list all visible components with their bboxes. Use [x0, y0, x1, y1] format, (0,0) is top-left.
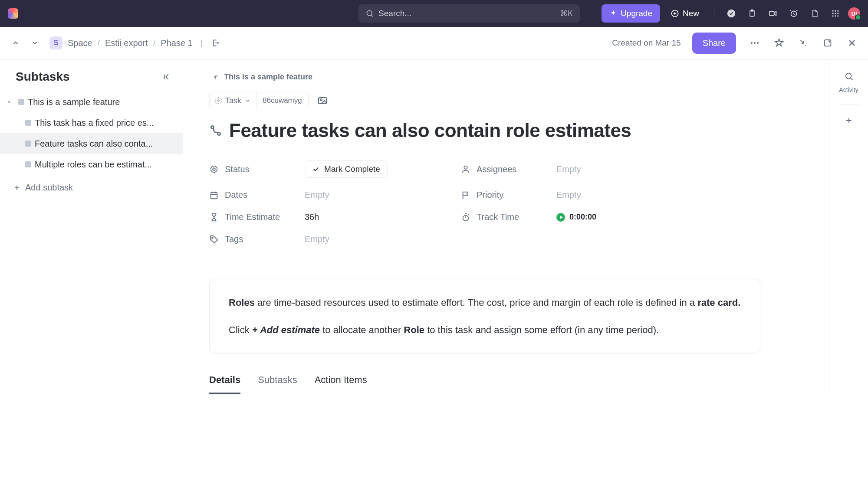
tab-details[interactable]: Details	[209, 374, 240, 394]
status-dot-icon	[25, 161, 31, 167]
svg-point-5	[727, 10, 735, 17]
parent-task-link[interactable]: This is a sample feature	[209, 72, 777, 82]
flag-icon	[461, 190, 470, 200]
apps-grid-icon[interactable]	[830, 8, 841, 19]
tab-subtasks[interactable]: Subtasks	[258, 374, 297, 394]
expand-icon[interactable]	[822, 37, 833, 49]
task-type-chip[interactable]: Task 86cuwamyg	[209, 92, 309, 109]
description-paragraph: Roles are time-based resources used to e…	[229, 295, 741, 310]
document-icon[interactable]	[809, 8, 820, 19]
priority-field-label: Priority	[477, 190, 503, 200]
desc-text: Click	[229, 324, 252, 335]
tree-item[interactable]: Feature tasks can also conta...	[0, 133, 183, 154]
check-circle-icon[interactable]	[726, 8, 737, 19]
breadcrumb-list[interactable]: Phase 1	[161, 38, 192, 48]
user-avatar[interactable]: DI	[848, 7, 860, 20]
parent-task-label: This is a sample feature	[224, 72, 312, 82]
task-title[interactable]: Feature tasks can also contain role esti…	[229, 120, 631, 141]
dates-value[interactable]: Empty	[305, 190, 329, 200]
minimize-icon[interactable]	[798, 37, 809, 49]
cover-image-button[interactable]	[316, 94, 329, 108]
svg-rect-30	[211, 192, 217, 199]
chevron-down-icon	[245, 98, 251, 104]
desc-text: to allocate another	[320, 324, 404, 335]
svg-point-24	[320, 99, 322, 101]
priority-value[interactable]: Empty	[556, 190, 581, 200]
activity-label[interactable]: Activity	[839, 86, 858, 93]
new-button[interactable]: New	[664, 4, 705, 23]
mark-complete-button[interactable]: Mark Complete	[305, 160, 388, 178]
mark-complete-label: Mark Complete	[324, 164, 380, 174]
move-out-icon[interactable]	[210, 38, 221, 48]
add-subtask-label: Add subtask	[25, 183, 73, 193]
main-area: Subtasks ▾ This is a sample feature This…	[0, 59, 868, 394]
more-icon[interactable]	[749, 37, 760, 49]
track-time-display: 0:00:00	[569, 213, 596, 222]
assignees-value[interactable]: Empty	[556, 164, 581, 174]
task-id[interactable]: 86cuwamyg	[256, 96, 308, 105]
divider	[838, 105, 859, 105]
time-estimate-field-label: Time Estimate	[225, 212, 280, 222]
add-panel-icon[interactable]	[845, 116, 853, 125]
svg-point-13	[832, 13, 834, 14]
track-time-value[interactable]: 0:00:00	[556, 213, 596, 222]
share-button[interactable]: Share	[692, 33, 736, 54]
tree-item[interactable]: Multiple roles can be estimat...	[0, 154, 183, 175]
assignees-field-label: Assignees	[477, 164, 516, 174]
chevron-down-icon[interactable]	[30, 38, 40, 48]
divider	[714, 7, 714, 20]
status-dot-icon	[25, 141, 31, 147]
upgrade-label: Upgrade	[621, 9, 652, 18]
content-tabs: Details Subtasks Action Items	[209, 374, 777, 394]
svg-point-17	[835, 15, 836, 16]
tree-item[interactable]: This task has a fixed price es...	[0, 112, 183, 133]
created-on-label: Created on Mar 15	[612, 38, 681, 48]
svg-point-32	[212, 237, 213, 238]
breadcrumb-folder[interactable]: Estii export	[105, 38, 148, 48]
arrow-up-left-icon	[213, 74, 220, 81]
breadcrumb-separator: /	[153, 38, 155, 48]
tree-parent-row[interactable]: ▾ This is a sample feature	[0, 92, 183, 112]
video-icon[interactable]	[767, 8, 779, 19]
tab-action-items[interactable]: Action Items	[315, 374, 367, 394]
svg-point-10	[832, 10, 834, 12]
svg-point-12	[837, 10, 838, 12]
status-dot-icon	[18, 99, 24, 105]
breadcrumb-space[interactable]: Space	[68, 38, 92, 48]
task-description[interactable]: Roles are time-based resources used to e…	[209, 279, 760, 354]
upgrade-button[interactable]: Upgrade	[602, 4, 660, 23]
alarm-clock-icon[interactable]	[788, 8, 799, 19]
search-icon	[365, 9, 374, 18]
app-logo[interactable]	[8, 8, 18, 19]
clipboard-icon[interactable]	[746, 8, 758, 19]
svg-point-21	[757, 42, 759, 44]
collapse-sidebar-icon[interactable]	[163, 72, 172, 82]
tags-value[interactable]: Empty	[305, 234, 329, 244]
global-search[interactable]: Search... ⌘K	[358, 4, 580, 23]
svg-point-27	[211, 166, 217, 173]
breadcrumb-bar: S Space / Estii export / Phase 1 | Creat…	[0, 27, 868, 59]
plus-circle-icon	[671, 9, 679, 18]
svg-line-34	[851, 78, 852, 80]
sidebar-title: Subtasks	[16, 70, 70, 84]
activity-search-icon[interactable]	[844, 72, 854, 81]
tree-item-label: Multiple roles can be estimat...	[35, 160, 183, 170]
tree-parent-label: This is a sample feature	[28, 97, 183, 107]
avatar-initials: DI	[852, 10, 857, 17]
time-estimate-value[interactable]: 36h	[305, 212, 319, 222]
track-time-field-label: Track Time	[477, 212, 519, 222]
space-badge[interactable]: S	[49, 36, 62, 49]
add-subtask-button[interactable]: Add subtask	[0, 175, 183, 193]
description-paragraph: Click + Add estimate to allocate another…	[229, 322, 741, 337]
svg-point-11	[835, 10, 836, 12]
status-dot-icon	[25, 120, 31, 126]
stopwatch-icon	[461, 213, 470, 222]
subtasks-sidebar: Subtasks ▾ This is a sample feature This…	[0, 59, 183, 394]
star-icon[interactable]	[773, 37, 785, 49]
chevron-up-icon[interactable]	[10, 38, 21, 48]
svg-point-14	[835, 13, 836, 14]
svg-point-19	[751, 42, 753, 44]
close-icon[interactable]	[846, 37, 858, 49]
search-shortcut: ⌘K	[560, 9, 573, 18]
play-icon[interactable]	[556, 213, 565, 222]
